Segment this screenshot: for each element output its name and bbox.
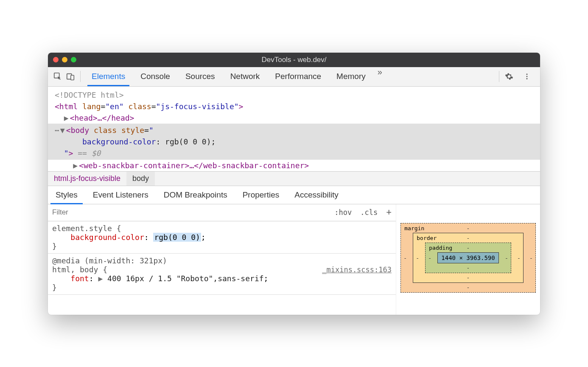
- panel-tabs: Elements Console Sources Network Perform…: [84, 67, 496, 86]
- styles-tabbar: Styles Event Listeners DOM Breakpoints P…: [48, 186, 540, 204]
- rule-element-style[interactable]: element.style { background-color: rgb(0 …: [48, 221, 396, 254]
- kebab-menu-icon[interactable]: [521, 70, 533, 83]
- box-margin[interactable]: margin - - - - border - - - - padding -: [400, 223, 535, 293]
- new-style-rule-icon[interactable]: +: [382, 207, 396, 218]
- cls-toggle[interactable]: .cls: [356, 208, 382, 217]
- settings-gear-icon[interactable]: [503, 70, 515, 83]
- tab-memory[interactable]: Memory: [329, 67, 373, 86]
- dom-html-open[interactable]: <html lang="en" class="js-focus-visible"…: [48, 101, 540, 112]
- more-tabs-icon[interactable]: »: [373, 67, 386, 86]
- inspect-element-icon[interactable]: [51, 70, 64, 83]
- box-border[interactable]: border - - - - padding - - - - 1440 × 39…: [413, 233, 523, 283]
- svg-rect-2: [71, 75, 74, 80]
- styles-filterbar: :hov .cls +: [48, 204, 396, 221]
- tab-console[interactable]: Console: [133, 67, 178, 86]
- styles-filter-input[interactable]: [48, 208, 330, 217]
- stab-accessibility[interactable]: Accessibility: [287, 186, 346, 204]
- window-title: DevTools - web.dev/: [48, 56, 540, 64]
- styles-rules: :hov .cls + element.style { background-c…: [48, 204, 396, 315]
- collapse-arrow-icon[interactable]: ▼: [60, 124, 66, 136]
- expand-shorthand-icon[interactable]: ▶: [98, 274, 103, 283]
- rule-media[interactable]: @media (min-width: 321px) html, body { _…: [48, 254, 396, 295]
- stab-event-listeners[interactable]: Event Listeners: [85, 186, 156, 204]
- tab-sources[interactable]: Sources: [178, 67, 223, 86]
- toolbar-right: [503, 70, 537, 83]
- expand-arrow-icon[interactable]: ▶: [73, 160, 79, 171]
- devtools-window: DevTools - web.dev/ Elements Console Sou…: [48, 53, 540, 315]
- dom-doctype[interactable]: <!DOCTYPE html>: [48, 89, 540, 101]
- box-model: margin - - - - border - - - - padding -: [396, 204, 540, 315]
- tab-network[interactable]: Network: [223, 67, 268, 86]
- close-window-button[interactable]: [53, 57, 59, 62]
- maximize-window-button[interactable]: [71, 57, 76, 62]
- source-link[interactable]: _mixins.scss:163: [322, 265, 392, 274]
- stab-dom-breakpoints[interactable]: DOM Breakpoints: [156, 186, 235, 204]
- dom-tree[interactable]: <!DOCTYPE html> <html lang="en" class="j…: [48, 87, 540, 171]
- stab-properties[interactable]: Properties: [235, 186, 287, 204]
- svg-point-5: [526, 78, 528, 79]
- styles-panel: :hov .cls + element.style { background-c…: [48, 204, 540, 315]
- hov-toggle[interactable]: :hov: [330, 208, 356, 217]
- dom-body-selected[interactable]: ⋯▼<body class style=" background-color: …: [48, 124, 540, 160]
- breadcrumb-bar: html.js-focus-visible body: [48, 171, 540, 186]
- tab-performance[interactable]: Performance: [267, 67, 329, 86]
- main-toolbar: Elements Console Sources Network Perform…: [48, 67, 540, 87]
- breadcrumb-html[interactable]: html.js-focus-visible: [48, 172, 126, 186]
- device-toolbar-icon[interactable]: [64, 70, 77, 83]
- dom-snackbar[interactable]: ▶<web-snackbar-container>…</web-snackbar…: [48, 160, 540, 171]
- box-padding[interactable]: padding - - - - 1440 × 3963.590: [425, 243, 511, 273]
- expand-arrow-icon[interactable]: ▶: [64, 112, 70, 124]
- dom-head[interactable]: ▶<head>…</head>: [48, 112, 540, 124]
- svg-point-3: [526, 73, 528, 75]
- color-value-highlight[interactable]: rgb(0 0 0): [153, 233, 201, 242]
- toolbar-divider: [499, 71, 499, 82]
- box-content[interactable]: 1440 × 3963.590: [437, 252, 498, 263]
- breadcrumb-body[interactable]: body: [126, 172, 155, 186]
- ellipsis-icon[interactable]: ⋯: [55, 126, 60, 135]
- stab-styles[interactable]: Styles: [48, 186, 85, 204]
- toolbar-divider: [80, 71, 81, 82]
- tab-elements[interactable]: Elements: [84, 67, 133, 86]
- minimize-window-button[interactable]: [62, 57, 67, 62]
- svg-point-4: [526, 76, 528, 77]
- traffic-lights: [53, 57, 76, 62]
- titlebar: DevTools - web.dev/: [48, 53, 540, 67]
